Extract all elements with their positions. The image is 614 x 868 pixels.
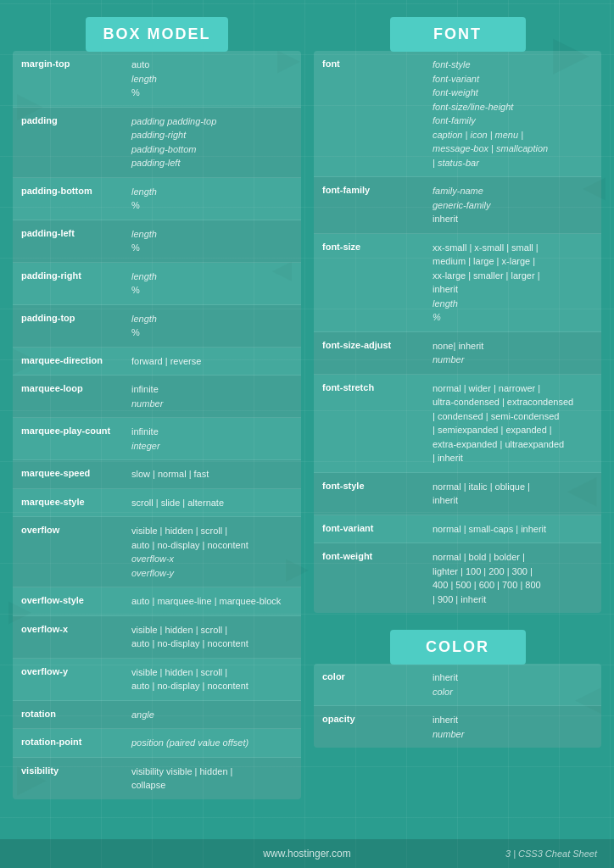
prop-values: normal | bold | bolder | lighter | 100 |…	[433, 550, 593, 606]
prop-values: normal | small-caps | inherit	[433, 522, 593, 537]
table-row: overflow-style auto | marquee-line | mar…	[13, 587, 301, 616]
prop-values: scroll | slide | alternate	[131, 496, 293, 510]
table-row: marquee-style scroll | slide | alternate	[13, 489, 301, 518]
table-row: padding-left length%	[13, 220, 301, 263]
table-row: font-family family-namegeneric-familyinh…	[314, 177, 601, 234]
table-row: font-size xx-small | x-small | small | m…	[314, 234, 601, 332]
table-row: marquee-loop infinitenumber	[13, 376, 301, 418]
prop-values: inheritnumber	[433, 713, 593, 741]
prop-name: visibility	[21, 765, 131, 777]
table-row: font font-stylefont-variantfont-weightfo…	[314, 51, 601, 177]
font-table: font font-stylefont-variantfont-weightfo…	[314, 51, 601, 613]
prop-values: padding padding-toppadding-rightpadding-…	[131, 114, 293, 170]
prop-values: slow | normal | fast	[131, 467, 293, 481]
prop-name: marquee-speed	[21, 467, 131, 480]
prop-name: font-size-adjust	[322, 339, 433, 352]
table-row: opacity inheritnumber	[314, 706, 601, 748]
color-title: COLOR	[390, 630, 526, 665]
prop-name: padding-top	[21, 312, 131, 325]
table-row: font-style normal | italic | oblique |in…	[314, 473, 601, 515]
prop-values: length%	[131, 227, 293, 255]
prop-values: length%	[131, 185, 293, 213]
table-row: rotation-point position (paired value of…	[13, 729, 301, 758]
prop-values: normal | wider | narrower | ultra-conden…	[433, 381, 593, 465]
prop-values: forward | reverse	[131, 354, 293, 369]
table-row: rotation angle	[13, 701, 301, 730]
box-model-section: BOX MODEL margin-top autolength% padding…	[13, 17, 301, 816]
table-row: font-variant normal | small-caps | inher…	[314, 515, 601, 544]
table-row: overflow visible | hidden | scroll | aut…	[13, 517, 301, 587]
table-row: overflow-y visible | hidden | scroll | a…	[13, 659, 301, 701]
prop-name: font-weight	[322, 550, 433, 563]
prop-values: length%	[131, 312, 293, 340]
prop-values: font-stylefont-variantfont-weightfont-si…	[433, 58, 593, 170]
table-row: marquee-direction forward | reverse	[13, 348, 301, 376]
table-row: font-weight normal | bold | bolder | lig…	[314, 543, 601, 613]
prop-values: visible | hidden | scroll | auto | no-di…	[131, 623, 293, 651]
prop-name: margin-top	[21, 58, 131, 70]
table-row: padding-top length%	[13, 305, 301, 348]
prop-name: marquee-play-count	[21, 425, 131, 437]
prop-values: infiniteinteger	[131, 425, 293, 453]
font-title: FONT	[390, 17, 526, 52]
prop-name: rotation	[21, 708, 131, 721]
color-section: COLOR color inheritcolor opacity inherit…	[314, 630, 601, 748]
prop-values: length%	[131, 270, 293, 298]
box-model-title: BOX MODEL	[86, 17, 227, 52]
prop-values: autolength%	[131, 58, 293, 100]
table-row: marquee-play-count infiniteinteger	[13, 418, 301, 460]
table-row: padding-bottom length%	[13, 178, 301, 220]
prop-values: inheritcolor	[433, 670, 593, 698]
prop-name: marquee-direction	[21, 354, 131, 367]
prop-name: font-stretch	[322, 381, 433, 394]
prop-values: family-namegeneric-familyinherit	[433, 184, 593, 226]
table-row: marquee-speed slow | normal | fast	[13, 460, 301, 489]
prop-values: none| inheritnumber	[433, 339, 593, 367]
prop-values: position (paired value offset)	[131, 736, 293, 750]
box-model-table: margin-top autolength% padding padding p…	[13, 51, 301, 799]
prop-values: xx-small | x-small | small | medium | la…	[433, 241, 593, 325]
prop-name: font-size	[322, 241, 433, 253]
prop-name: marquee-style	[21, 496, 131, 509]
prop-name: overflow-style	[21, 594, 131, 607]
table-row: margin-top autolength%	[13, 51, 301, 108]
table-row: padding padding padding-toppadding-right…	[13, 108, 301, 178]
prop-name: overflow-x	[21, 623, 131, 636]
table-row: color inheritcolor	[314, 664, 601, 706]
prop-values: infinitenumber	[131, 382, 293, 410]
prop-name: font-family	[322, 184, 433, 197]
prop-values: visibility visible | hidden |collapse	[131, 765, 293, 793]
prop-name: color	[322, 670, 433, 683]
prop-values: visible | hidden | scroll | auto | no-di…	[131, 524, 293, 580]
prop-name: padding-right	[21, 270, 131, 282]
prop-name: overflow	[21, 524, 131, 537]
prop-values: visible | hidden | scroll | auto | no-di…	[131, 665, 293, 693]
prop-values: normal | italic | oblique |inherit	[433, 480, 593, 508]
color-table: color inheritcolor opacity inheritnumber	[314, 664, 601, 748]
table-row: font-stretch normal | wider | narrower |…	[314, 375, 601, 473]
table-row: visibility visibility visible | hidden |…	[13, 758, 301, 799]
table-row: font-size-adjust none| inheritnumber	[314, 332, 601, 375]
right-column: FONT font font-stylefont-variantfont-wei…	[314, 17, 601, 816]
prop-name: padding-left	[21, 227, 131, 240]
prop-values: angle	[131, 708, 293, 722]
table-row: padding-right length%	[13, 263, 301, 305]
prop-name: padding-bottom	[21, 185, 131, 198]
table-row: overflow-x visible | hidden | scroll | a…	[13, 616, 301, 659]
prop-name: padding	[21, 114, 131, 127]
prop-name: opacity	[322, 713, 433, 726]
prop-name: font	[322, 58, 433, 70]
prop-name: font-style	[322, 480, 433, 492]
prop-name: marquee-loop	[21, 382, 131, 395]
prop-name: rotation-point	[21, 736, 131, 748]
prop-name: font-variant	[322, 522, 433, 535]
font-section: FONT font font-stylefont-variantfont-wei…	[314, 17, 601, 613]
prop-name: overflow-y	[21, 665, 131, 678]
prop-values: auto | marquee-line | marquee-block	[131, 594, 293, 609]
